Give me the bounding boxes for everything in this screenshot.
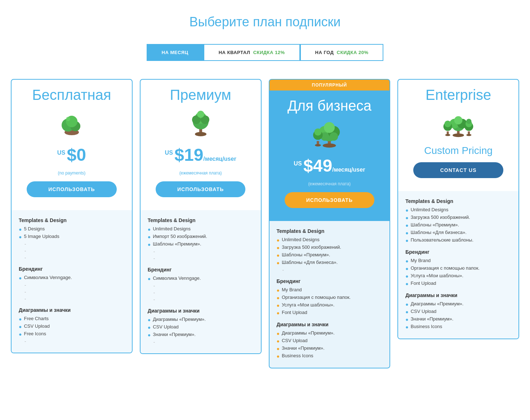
plan-cta-enterprise[interactable]: CONTACT US	[413, 162, 503, 178]
plan-cta-free[interactable]: ИСПОЛЬЗОВАТЬ	[27, 181, 117, 197]
feature-item: ●Значки «Премиум».	[277, 345, 383, 352]
billing-yearly-btn[interactable]: НА ГОД СКИДКА 20%	[300, 44, 384, 61]
feature-item: ●Загрузка 500 изображений.	[277, 244, 383, 251]
plan-features-premium: Templates & Design●Unlimited Designs●Имп…	[141, 210, 261, 353]
plan-currency-free: US	[57, 150, 67, 156]
plan-header-enterprise: Enterprise Custom PricingCONTACT US	[398, 80, 518, 191]
feature-item: ●Unlimited Designs	[405, 207, 511, 213]
feature-item: ●Импорт 50 изображений.	[148, 234, 254, 240]
plan-custom-price: Custom Pricing	[405, 145, 511, 156]
feature-item: ●Unlimited Designs	[277, 237, 383, 243]
feature-item: ●Значки «Премиум».	[148, 332, 254, 338]
plan-billing-business: (ежемесячная плата)	[277, 181, 383, 186]
plan-name-enterprise: Enterprise	[405, 87, 511, 103]
quarterly-discount: СКИДКА 12%	[253, 50, 285, 55]
plan-price-free: US $0	[57, 145, 86, 164]
plan-price-premium: US $19/месяц/user	[165, 145, 236, 164]
plan-currency-business: US	[294, 160, 303, 167]
plan-name-business: Для бизнеса	[277, 98, 383, 114]
feature-item: -	[148, 339, 254, 345]
plan-card-business: ПОПУЛЯРНЫЙДля бизнеса US $49/месяц/user …	[269, 79, 391, 368]
feature-item: ●5 Image Uploads	[19, 234, 125, 240]
feature-item: ●CSV Upload	[405, 309, 511, 315]
feature-item: ●Free Charts	[19, 316, 125, 322]
plan-period-premium: /месяц/user	[203, 156, 236, 162]
page-title: Выберите план подписки	[11, 14, 519, 30]
billing-monthly-btn[interactable]: НА МЕСЯЦ	[147, 44, 204, 61]
feature-item: ●Пользовательские шаблоны.	[405, 237, 511, 243]
popular-badge: ПОПУЛЯРНЫЙ	[270, 80, 390, 90]
feature-item: ●Организация с помощью папок.	[405, 265, 511, 271]
feature-section-charts-business: Диаграммы и значки	[277, 322, 383, 327]
plan-name-premium: Премиум	[148, 87, 254, 103]
feature-section-templates-premium: Templates & Design	[148, 217, 254, 223]
plan-icon-premium	[183, 109, 219, 138]
plan-card-free: Бесплатная US $0 (no payments)ИСПОЛЬЗОВА…	[11, 79, 133, 353]
feature-item: -	[148, 290, 254, 295]
feature-section-charts-premium: Диаграммы и значки	[148, 308, 254, 314]
plan-features-free: Templates & Design●5 Designs●5 Image Upl…	[12, 210, 132, 353]
yearly-label: НА ГОД	[315, 50, 334, 55]
feature-item: -	[19, 289, 125, 295]
feature-item: ●Шаблоны «Для бизнеса».	[405, 230, 511, 236]
feature-item: ●Значки «Премиум».	[405, 316, 511, 322]
feature-item: -	[148, 283, 254, 288]
feature-section-templates-free: Templates & Design	[19, 217, 125, 223]
plan-cta-premium[interactable]: ИСПОЛЬЗОВАТЬ	[156, 181, 246, 197]
svg-point-38	[466, 119, 471, 124]
plan-currency-premium: US	[165, 150, 175, 156]
feature-section-charts-enterprise: Диаграммы и значки	[405, 292, 511, 298]
feature-item: -	[277, 267, 383, 273]
feature-item: ●CSV Upload	[148, 324, 254, 330]
feature-item: -	[19, 296, 125, 301]
feature-item: -	[19, 282, 125, 288]
feature-item: ●Диаграммы «Премиум».	[277, 330, 383, 336]
feature-item: ●Диаграммы «Премиум».	[405, 301, 511, 307]
plan-card-enterprise: Enterprise Custom PricingCONTACT USTempl…	[397, 79, 519, 339]
feature-item: ●Шаблоны «Премиум».	[277, 252, 383, 258]
plan-billing-premium: (ежемесячная плата)	[148, 171, 254, 176]
feature-item: -	[19, 339, 125, 344]
feature-item: -	[148, 249, 254, 254]
plan-billing-free: (no payments)	[19, 171, 125, 176]
plan-card-premium: Премиум US $19/месяц/user (ежемесячная п…	[140, 79, 262, 354]
feature-item: ●Диаграммы «Премиум».	[148, 317, 254, 323]
feature-item: ●Организация с помощью папок.	[277, 295, 383, 301]
plan-header-business: Для бизнеса US $49/месяц/user (ежемесячн…	[270, 90, 390, 221]
svg-point-31	[445, 134, 450, 136]
svg-point-29	[454, 116, 463, 124]
quarterly-label: НА КВАРТАЛ	[219, 50, 250, 55]
feature-section-branding-premium: Брендинг	[148, 267, 254, 273]
feature-item: -	[19, 241, 125, 247]
svg-point-33	[445, 120, 451, 127]
feature-item: ●Business Icons	[405, 324, 511, 330]
feature-item: -	[148, 256, 254, 261]
plan-price-block-free: US $0	[19, 145, 125, 165]
feature-item: ●Символика Venngage.	[148, 275, 254, 282]
plan-period-business: /месяц/user	[332, 167, 365, 173]
feature-item: ●Шаблоны «Премиум».	[148, 241, 254, 247]
svg-point-4	[66, 117, 70, 121]
billing-quarterly-btn[interactable]: НА КВАРТАЛ СКИДКА 12%	[204, 44, 300, 61]
feature-section-branding-enterprise: Брендинг	[405, 249, 511, 255]
svg-point-11	[197, 111, 204, 118]
feature-section-templates-enterprise: Templates & Design	[405, 198, 511, 204]
svg-point-19	[330, 132, 338, 141]
svg-point-35	[466, 134, 471, 136]
feature-item: -	[148, 297, 254, 302]
feature-item: ●Шаблоны «Для бизнеса».	[277, 260, 383, 266]
feature-item: ●Услуга «Мои шаблоны».	[405, 273, 511, 279]
feature-item: ●Font Upload	[277, 310, 383, 316]
feature-section-templates-business: Templates & Design	[277, 228, 383, 234]
feature-section-charts-free: Диаграммы и значки	[19, 307, 125, 313]
svg-point-23	[315, 128, 322, 136]
svg-point-25	[453, 133, 464, 137]
plan-icon-enterprise	[440, 109, 476, 138]
plan-icon-free	[54, 109, 90, 138]
plan-price-business: US $49/месяц/user	[294, 156, 365, 175]
feature-item: ●Free Icons	[19, 331, 125, 337]
plan-cta-business[interactable]: ИСПОЛЬЗОВАТЬ	[285, 192, 375, 208]
plan-price-block-business: US $49/месяц/user	[277, 156, 383, 176]
svg-point-21	[315, 144, 321, 147]
feature-item: ●Шаблоны «Премиум».	[405, 222, 511, 228]
